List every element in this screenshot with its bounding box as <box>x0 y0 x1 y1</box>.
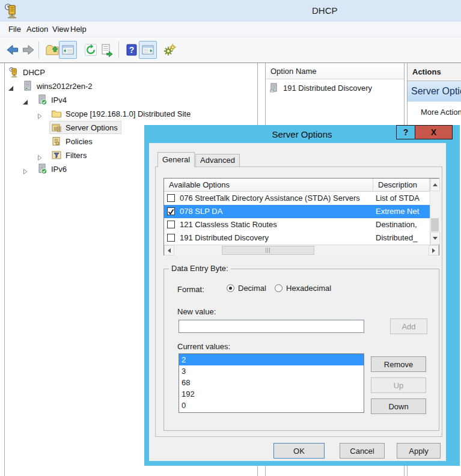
forward-button[interactable] <box>20 42 36 58</box>
option-row[interactable]: 078 SLP DAExtreme Net <box>164 205 430 218</box>
checkbox-unchecked-icon[interactable] <box>167 221 175 228</box>
tree-item-label: DHCP <box>23 68 45 77</box>
window-title: DHCP <box>312 5 338 16</box>
menu-bar: File Action View Help <box>0 22 461 37</box>
server-icon <box>22 81 33 91</box>
radio-hexadecimal[interactable]: Hexadecimal <box>275 284 331 293</box>
menu-view[interactable]: View <box>52 25 69 34</box>
list-item[interactable]: 191 Distributed Discovery <box>269 82 372 93</box>
description-column-header[interactable]: Description <box>373 178 430 192</box>
option-row[interactable]: 191 Distributed DiscoveryDistributed_ <box>164 231 430 245</box>
gears-icon <box>163 43 177 57</box>
export-list-icon <box>99 43 114 57</box>
option-name-column-header[interactable]: Option Name <box>266 63 404 79</box>
value-item[interactable]: 192 <box>179 388 364 400</box>
option-name: 076 StreetTalk Directory Assistance (STD… <box>180 194 360 203</box>
ok-button[interactable]: OK <box>273 443 325 459</box>
help-button[interactable]: ? <box>124 42 139 58</box>
menu-action[interactable]: Action <box>26 25 48 34</box>
arrow-left-icon <box>168 248 171 253</box>
data-entry-group-label: Data Entry Byte: <box>169 264 231 273</box>
tree-item[interactable]: Scope [192.168.1.0] Distributed Site <box>5 106 257 120</box>
dialog-close-button[interactable]: X <box>415 125 453 139</box>
scroll-left-button[interactable] <box>164 245 174 255</box>
arrow-up-icon <box>433 183 438 186</box>
folder-icon <box>51 108 62 119</box>
refresh-button[interactable] <box>83 42 99 58</box>
radio-decimal-label: Decimal <box>238 284 266 293</box>
up-one-level-button[interactable] <box>44 42 60 58</box>
snapin-options-button[interactable] <box>162 42 178 58</box>
new-value-input[interactable] <box>179 320 364 333</box>
radio-hexadecimal-label: Hexadecimal <box>286 284 331 293</box>
scroll-up-button[interactable] <box>430 178 440 191</box>
value-item[interactable]: 0 <box>179 400 364 411</box>
checkbox-unchecked-icon[interactable] <box>167 194 175 202</box>
option-description: Extreme Net <box>376 207 429 216</box>
add-button[interactable]: Add <box>390 319 427 334</box>
data-entry-group: Data Entry Byte: Format: Decimal Hexadec… <box>163 269 439 431</box>
remove-button[interactable]: Remove <box>371 356 426 372</box>
vertical-scrollbar-thumb[interactable] <box>431 218 439 231</box>
collapsed-arrow-icon[interactable] <box>37 111 43 117</box>
checkbox-checked-icon[interactable] <box>167 207 175 215</box>
show-console-tree-button[interactable] <box>59 41 77 59</box>
tree-node[interactable]: IPv4 <box>35 93 70 106</box>
apply-button[interactable]: Apply <box>397 443 441 459</box>
expanded-arrow-icon[interactable] <box>8 83 14 89</box>
expanded-arrow-icon[interactable] <box>23 97 29 103</box>
scroll-right-button[interactable] <box>429 245 439 255</box>
value-item[interactable]: 68 <box>179 377 364 388</box>
value-item[interactable]: 3 <box>179 365 364 377</box>
radio-decimal[interactable]: Decimal <box>227 284 266 293</box>
vertical-scrollbar[interactable] <box>430 178 439 245</box>
menu-help[interactable]: Help <box>70 25 87 34</box>
export-list-button[interactable] <box>99 42 114 58</box>
tree-node[interactable]: Scope [192.168.1.0] Distributed Site <box>49 107 194 120</box>
available-options-list: Available Options Description 076 Street… <box>163 178 439 255</box>
up-button[interactable]: Up <box>371 377 426 393</box>
tree-node[interactable]: Server Options <box>49 121 121 134</box>
new-value-label: New value: <box>177 307 216 316</box>
cancel-button[interactable]: Cancel <box>340 443 385 459</box>
tree-node[interactable]: DHCP <box>7 66 49 79</box>
show-action-pane-button[interactable] <box>139 41 157 59</box>
available-options-column-header[interactable]: Available Options <box>164 178 373 192</box>
more-actions-item[interactable]: More Actions <box>408 108 461 117</box>
down-button[interactable]: Down <box>371 398 426 414</box>
back-button[interactable] <box>5 42 20 58</box>
option-name: 121 Classless Static Routes <box>180 220 277 229</box>
current-values-label: Current values: <box>177 342 230 351</box>
actions-context-title: Server Options <box>408 81 461 102</box>
tree-node[interactable]: IPv6 <box>35 162 70 175</box>
option-row[interactable]: 121 Classless Static RoutesDestination, <box>164 218 430 231</box>
horizontal-scrollbar-thumb[interactable] <box>222 246 314 255</box>
server-options-icon <box>51 122 62 133</box>
dialog-help-button[interactable]: ? <box>396 125 415 139</box>
tree-node[interactable]: wins2012r2en-2 <box>20 79 96 93</box>
option-row[interactable]: 076 StreetTalk Directory Assistance (STD… <box>164 192 430 205</box>
dhcp-root-icon <box>8 67 19 78</box>
arrow-down-icon <box>433 237 438 240</box>
server-check-icon <box>37 94 47 105</box>
tree-node[interactable]: Filters <box>49 148 90 162</box>
current-values-listbox[interactable]: 23681920 <box>179 353 364 413</box>
collapsed-arrow-icon[interactable] <box>37 152 43 158</box>
tree-item[interactable]: DHCP <box>5 65 257 79</box>
tree-item[interactable]: wins2012r2en-2 <box>5 79 257 93</box>
tree-item-label: IPv6 <box>51 165 67 174</box>
menu-file[interactable]: File <box>8 25 21 34</box>
tab-advanced[interactable]: Advanced <box>195 154 240 166</box>
collapsed-arrow-icon[interactable] <box>23 166 29 172</box>
scroll-down-button[interactable] <box>430 232 440 245</box>
refresh-icon <box>84 43 98 57</box>
tab-general[interactable]: General <box>157 152 195 167</box>
horizontal-scrollbar[interactable] <box>164 245 439 255</box>
tree-item[interactable]: IPv4 <box>5 93 257 106</box>
option-name: 191 Distributed Discovery <box>180 233 269 242</box>
tree-item-label: IPv4 <box>51 96 67 105</box>
value-item[interactable]: 2 <box>179 354 364 365</box>
checkbox-unchecked-icon[interactable] <box>167 234 175 242</box>
tree-node[interactable]: Policies <box>49 135 96 148</box>
list-item-label: 191 Distributed Discovery <box>283 84 372 93</box>
